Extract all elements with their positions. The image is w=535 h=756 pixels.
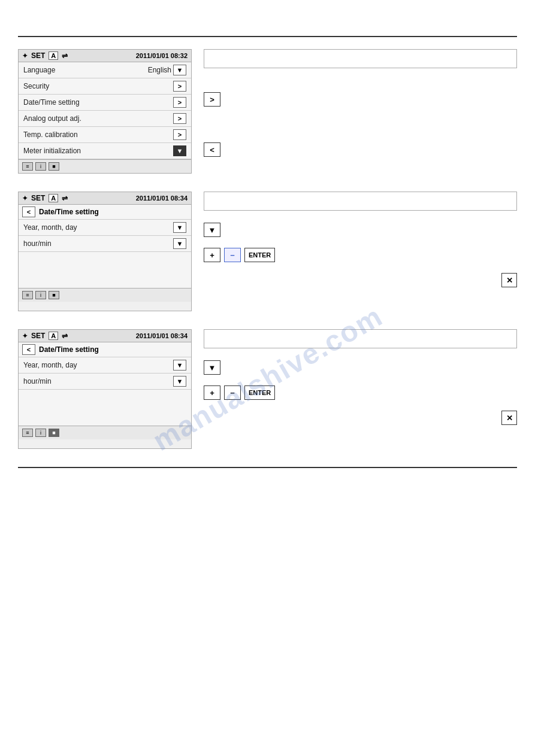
device-header-2: ✦ SET A ⇌ 2011/01/01 08:34 xyxy=(19,192,191,205)
set-icon-3: ✦ xyxy=(22,332,28,340)
language-dropdown-btn[interactable]: ▼ xyxy=(173,65,186,75)
plus-btn-2[interactable]: + xyxy=(204,248,220,262)
security-label: Security xyxy=(23,82,49,90)
device-empty-3 xyxy=(19,390,191,426)
device-footer-1: ≡ i ■ xyxy=(19,159,191,173)
section-title-2: Date/Time setting xyxy=(39,208,99,216)
badge-3: A xyxy=(49,332,58,340)
device-header-left-2: ✦ SET A ⇌ xyxy=(22,194,68,202)
device-row-analog-output: Analog output adj. > xyxy=(19,111,191,127)
device-footer-3: ≡ i ■ xyxy=(19,426,191,439)
dropdown-anno-btn-2[interactable]: ▼ xyxy=(204,223,220,237)
year-month-day-label: Year, month, day xyxy=(23,223,77,232)
device-panel-1: ✦ SET A ⇌ 2011/01/01 08:32 Language Engl… xyxy=(18,49,192,174)
set-label-3: SET xyxy=(31,332,45,340)
device-row-year-month-day-3: Year, month, day ▼ xyxy=(19,357,191,374)
device-panel-2: ✦ SET A ⇌ 2011/01/01 08:34 < Date/Time s… xyxy=(18,192,192,311)
security-nav-btn[interactable]: > xyxy=(173,81,186,92)
device-panel-3: ✦ SET A ⇌ 2011/01/01 08:34 < Date/Time s… xyxy=(18,329,192,449)
device-footer-2: ≡ i ■ xyxy=(19,288,191,302)
footer-info-icon-3: i xyxy=(35,429,46,437)
minus-btn-2[interactable]: − xyxy=(224,248,241,262)
back-btn-3[interactable]: < xyxy=(22,344,35,355)
footer-stop-icon-3: ■ xyxy=(49,429,59,437)
analog-output-label: Analog output adj. xyxy=(23,114,81,123)
device-row-hour-min-3: hour/min ▼ xyxy=(19,374,191,390)
language-label: Language xyxy=(23,66,55,74)
hour-min-dropdown-btn-3[interactable]: ▼ xyxy=(173,376,186,387)
annotation-box-1 xyxy=(204,49,517,68)
bottom-rule xyxy=(18,467,517,468)
footer-stop-icon-2: ■ xyxy=(49,291,59,299)
annotation-area-3: ▼ + − ENTER ✕ xyxy=(204,329,517,425)
set-icon-1: ✦ xyxy=(22,52,28,60)
annotation-box-3 xyxy=(204,329,517,348)
language-value: English xyxy=(148,66,171,74)
x-btn-2[interactable]: ✕ xyxy=(501,273,517,287)
badge-2: A xyxy=(49,194,58,202)
minus-btn-3[interactable]: − xyxy=(224,385,241,400)
analog-output-nav-btn[interactable]: > xyxy=(173,113,186,124)
meter-init-dropdown-btn[interactable]: ▼ xyxy=(173,145,186,156)
footer-info-icon-2: i xyxy=(35,291,46,299)
year-month-day-dropdown-btn-3[interactable]: ▼ xyxy=(173,360,186,371)
badge-1: A xyxy=(49,51,58,60)
device-row-language: Language English ▼ xyxy=(19,62,191,78)
device-header-left-3: ✦ SET A ⇌ xyxy=(22,332,68,340)
plus-btn-3[interactable]: + xyxy=(204,385,220,400)
section-title-3: Date/Time setting xyxy=(39,345,99,354)
hour-min-dropdown-btn[interactable]: ▼ xyxy=(173,238,186,249)
footer-stop-icon-1: ■ xyxy=(49,162,59,171)
network-icon-3: ⇌ xyxy=(62,332,68,340)
device-row-datetime-setting: Date/Time setting > xyxy=(19,95,191,111)
page-container: manualshive.com ✦ SET A ⇌ 2011/01/01 08:… xyxy=(0,0,535,756)
forward-nav-btn[interactable]: > xyxy=(204,92,220,107)
device-row-meter-init: Meter initialization ▼ xyxy=(19,143,191,159)
annotation-box-2 xyxy=(204,192,517,211)
device-back-row-2: < Date/Time setting xyxy=(19,205,191,220)
device-header-left-1: ✦ SET A ⇌ xyxy=(22,51,68,60)
footer-list-icon-2: ≡ xyxy=(22,291,33,299)
temp-cal-label: Temp. calibration xyxy=(23,130,78,139)
meter-init-label: Meter initialization xyxy=(23,147,81,155)
device-row-year-month-day: Year, month, day ▼ xyxy=(19,220,191,236)
x-btn-3[interactable]: ✕ xyxy=(501,411,517,425)
enter-btn-3[interactable]: ENTER xyxy=(244,385,275,400)
temp-cal-nav-btn[interactable]: > xyxy=(173,129,186,140)
footer-info-icon-1: i xyxy=(35,162,46,171)
device-back-row-3: < Date/Time setting xyxy=(19,342,191,357)
footer-list-icon-3: ≡ xyxy=(22,429,33,437)
set-label-2: SET xyxy=(31,194,45,202)
hour-min-label: hour/min xyxy=(23,239,52,248)
device-header-1: ✦ SET A ⇌ 2011/01/01 08:32 xyxy=(19,50,191,62)
set-icon-2: ✦ xyxy=(22,195,28,202)
annotation-area-2: ▼ + − ENTER ✕ xyxy=(204,192,517,287)
back-nav-btn[interactable]: < xyxy=(204,142,220,157)
device-row-security: Security > xyxy=(19,78,191,95)
section-3: ✦ SET A ⇌ 2011/01/01 08:34 < Date/Time s… xyxy=(18,329,517,449)
section-2: ✦ SET A ⇌ 2011/01/01 08:34 < Date/Time s… xyxy=(18,192,517,311)
datetime-3: 2011/01/01 08:34 xyxy=(136,332,188,339)
device-row-temp-cal: Temp. calibration > xyxy=(19,127,191,143)
dropdown-anno-btn-3[interactable]: ▼ xyxy=(204,360,220,375)
device-empty-2 xyxy=(19,252,191,288)
year-month-day-dropdown-btn[interactable]: ▼ xyxy=(173,222,186,233)
datetime-2: 2011/01/01 08:34 xyxy=(136,195,188,202)
hour-min-label-3: hour/min xyxy=(23,377,52,385)
footer-list-icon-1: ≡ xyxy=(22,162,33,171)
annotation-area-1: > < xyxy=(204,49,517,157)
network-icon-1: ⇌ xyxy=(62,51,68,60)
year-month-day-label-3: Year, month, day xyxy=(23,361,77,369)
top-rule xyxy=(18,36,517,37)
network-icon-2: ⇌ xyxy=(62,194,68,202)
datetime-1: 2011/01/01 08:32 xyxy=(136,52,188,59)
device-row-hour-min: hour/min ▼ xyxy=(19,236,191,252)
enter-btn-2[interactable]: ENTER xyxy=(244,248,275,262)
section-1: ✦ SET A ⇌ 2011/01/01 08:32 Language Engl… xyxy=(18,49,517,174)
datetime-setting-label: Date/Time setting xyxy=(23,98,80,107)
device-header-3: ✦ SET A ⇌ 2011/01/01 08:34 xyxy=(19,330,191,342)
datetime-setting-nav-btn[interactable]: > xyxy=(173,97,186,108)
set-label-1: SET xyxy=(31,51,45,60)
back-btn-2[interactable]: < xyxy=(22,207,35,217)
